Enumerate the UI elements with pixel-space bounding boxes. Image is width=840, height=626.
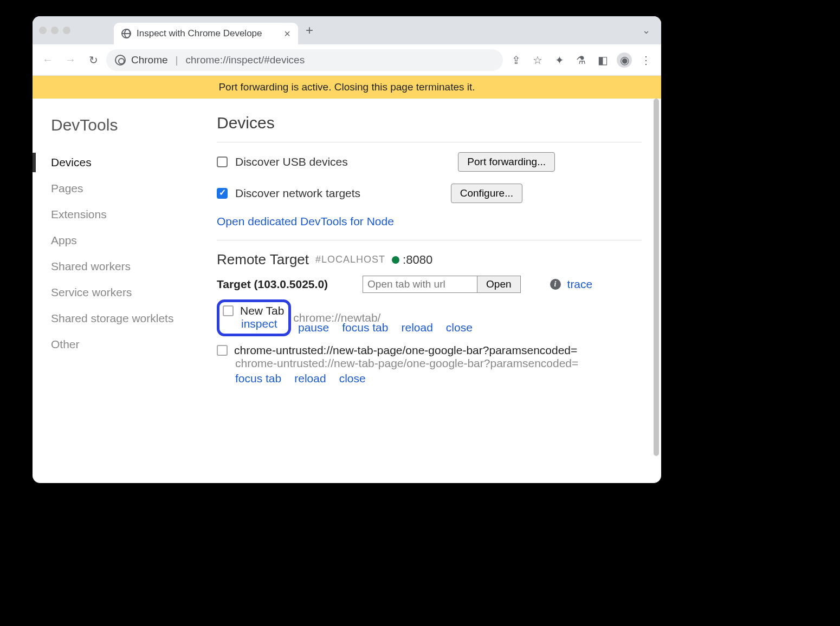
divider [217, 240, 642, 240]
close-window-button[interactable] [39, 27, 47, 34]
status-dot-icon [392, 256, 399, 264]
focus-tab-link[interactable]: focus tab [235, 372, 281, 385]
traffic-lights [39, 27, 70, 34]
discover-usb-checkbox[interactable] [217, 156, 228, 167]
reload-button[interactable]: ↻ [83, 50, 103, 70]
sidebar-item-shared-storage-worklets[interactable]: Shared storage worklets [51, 305, 217, 331]
target-row: Target (103.0.5025.0) Open i trace [217, 276, 642, 293]
open-tab-button[interactable]: Open [477, 276, 520, 292]
pause-link[interactable]: pause [298, 321, 329, 334]
sidebar-item-apps[interactable]: Apps [51, 227, 217, 253]
remote-target-sub: #LOCALHOST [315, 254, 385, 265]
browser-window: Inspect with Chrome Develope × + ⌄ ← → ↻… [33, 16, 661, 483]
titlebar: Inspect with Chrome Develope × + ⌄ [33, 16, 661, 44]
scrollbar[interactable] [652, 99, 660, 483]
page-content: DevTools Devices Pages Extensions Apps S… [33, 99, 661, 483]
discover-network-checkbox[interactable] [217, 188, 228, 199]
address-bar[interactable]: Chrome | chrome://inspect/#devices [106, 49, 503, 71]
forward-button[interactable]: → [61, 50, 80, 70]
sidebar-item-pages[interactable]: Pages [51, 175, 217, 201]
new-tab-button[interactable]: + [306, 23, 313, 38]
reload-link[interactable]: reload [401, 321, 432, 334]
page-heading: Devices [217, 114, 642, 132]
extensions-puzzle-icon[interactable]: ✦ [550, 50, 569, 70]
node-link-row: Open dedicated DevTools for Node [217, 215, 642, 228]
open-tab-url-input[interactable] [363, 276, 477, 292]
browser-tab[interactable]: Inspect with Chrome Develope × [114, 23, 298, 44]
chrome-icon [115, 55, 126, 66]
bookmark-star-icon[interactable]: ☆ [528, 50, 547, 70]
minimize-window-button[interactable] [51, 27, 59, 34]
close-link[interactable]: close [339, 372, 366, 385]
discover-usb-label: Discover USB devices [235, 155, 348, 168]
url-path: chrome://inspect/#devices [186, 54, 305, 66]
share-icon[interactable]: ⇪ [506, 50, 526, 70]
toolbar-actions: ⇪ ☆ ✦ ⚗ ◧ ◉ ⋮ [506, 50, 656, 70]
sidebar-item-extensions[interactable]: Extensions [51, 201, 217, 227]
inspect-link[interactable]: inspect [241, 317, 277, 330]
entry-checkbox[interactable] [223, 305, 234, 316]
globe-icon [121, 29, 131, 38]
remote-target-port: :8080 [403, 253, 432, 267]
info-icon[interactable]: i [550, 279, 561, 290]
entry-title: New Tab [240, 304, 284, 317]
side-panel-icon[interactable]: ◧ [593, 50, 612, 70]
trace-link[interactable]: trace [567, 278, 593, 291]
divider [217, 142, 642, 142]
sidebar-title: DevTools [51, 116, 217, 134]
main-panel: Devices Discover USB devices Port forwar… [217, 99, 661, 483]
target-entry: New Tab inspect chrome://newtab/ pause f… [217, 299, 642, 334]
discover-network-row: Discover network targets Configure... [217, 184, 642, 203]
configure-button[interactable]: Configure... [451, 184, 522, 203]
entry-checkbox[interactable] [217, 345, 228, 356]
sidebar-item-devices[interactable]: Devices [51, 149, 217, 175]
target-name: Target (103.0.5025.0) [217, 278, 328, 291]
entry-title: chrome-untrusted://new-tab-page/one-goog… [234, 344, 577, 357]
menu-icon[interactable]: ⋮ [636, 50, 656, 70]
remote-target-heading: Remote Target #LOCALHOST :8080 [217, 251, 642, 268]
labs-flask-icon[interactable]: ⚗ [571, 50, 591, 70]
port-forwarding-button[interactable]: Port forwarding... [458, 152, 555, 172]
close-tab-icon[interactable]: × [284, 28, 290, 40]
sidebar-item-shared-workers[interactable]: Shared workers [51, 253, 217, 279]
discover-usb-row: Discover USB devices Port forwarding... [217, 152, 642, 172]
scrollbar-thumb[interactable] [654, 99, 659, 456]
open-node-devtools-link[interactable]: Open dedicated DevTools for Node [217, 215, 394, 228]
profile-avatar[interactable]: ◉ [615, 50, 634, 70]
tab-title: Inspect with Chrome Develope [137, 28, 262, 39]
close-link[interactable]: close [446, 321, 473, 334]
sidebar-item-other[interactable]: Other [51, 331, 217, 357]
remote-target-title: Remote Target [217, 251, 309, 268]
open-tab-form: Open [363, 276, 520, 293]
highlight-annotation: New Tab inspect [217, 299, 291, 336]
back-button[interactable]: ← [38, 50, 57, 70]
zoom-window-button[interactable] [63, 27, 70, 34]
sidebar-item-service-workers[interactable]: Service workers [51, 279, 217, 305]
tabs-dropdown-icon[interactable]: ⌄ [642, 24, 655, 36]
toolbar: ← → ↻ Chrome | chrome://inspect/#devices… [33, 44, 661, 76]
sidebar: DevTools Devices Pages Extensions Apps S… [33, 99, 217, 483]
target-entry: chrome-untrusted://new-tab-page/one-goog… [217, 344, 642, 385]
entry-url: chrome-untrusted://new-tab-page/one-goog… [235, 357, 642, 370]
focus-tab-link[interactable]: focus tab [342, 321, 388, 334]
port-forwarding-infobar: Port forwarding is active. Closing this … [33, 76, 661, 99]
reload-link[interactable]: reload [294, 372, 326, 385]
discover-network-label: Discover network targets [235, 187, 360, 200]
url-separator: | [173, 54, 180, 66]
url-label: Chrome [131, 54, 168, 66]
